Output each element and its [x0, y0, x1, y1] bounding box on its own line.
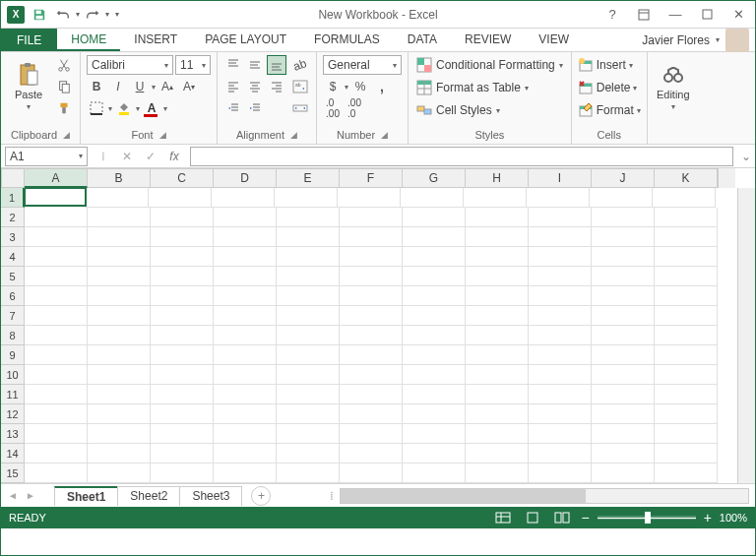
- cell[interactable]: [655, 208, 718, 227]
- sheet-tab[interactable]: Sheet3: [179, 486, 242, 506]
- chevron-down-icon[interactable]: ▾: [163, 104, 167, 113]
- help-button[interactable]: ?: [599, 5, 625, 25]
- column-header[interactable]: E: [277, 168, 340, 188]
- border-button[interactable]: [87, 98, 106, 118]
- cell[interactable]: [214, 227, 277, 247]
- cell[interactable]: [655, 267, 718, 286]
- percent-button[interactable]: %: [350, 77, 370, 96]
- cell[interactable]: [25, 267, 88, 286]
- cancel-formula-button[interactable]: ✕: [115, 147, 139, 166]
- cell[interactable]: [88, 404, 151, 424]
- cell[interactable]: [88, 444, 151, 463]
- name-box[interactable]: A1▾: [5, 147, 88, 166]
- cell[interactable]: [151, 227, 214, 247]
- wrap-text-button[interactable]: ab: [290, 77, 310, 96]
- cell[interactable]: [88, 326, 151, 345]
- ribbon-display-button[interactable]: [631, 5, 657, 25]
- cell[interactable]: [25, 345, 88, 365]
- zoom-out-button[interactable]: −: [581, 510, 589, 525]
- merge-button[interactable]: [290, 98, 310, 118]
- cell[interactable]: [403, 424, 466, 444]
- align-center-button[interactable]: [245, 77, 265, 96]
- cell[interactable]: [88, 286, 151, 306]
- cell[interactable]: [25, 385, 88, 404]
- cell[interactable]: [340, 208, 403, 227]
- cell[interactable]: [592, 227, 655, 247]
- cell[interactable]: [88, 424, 151, 444]
- column-header[interactable]: K: [655, 168, 718, 188]
- cell[interactable]: [214, 365, 277, 385]
- cell[interactable]: [277, 267, 340, 286]
- cell[interactable]: [655, 286, 718, 306]
- row-header[interactable]: 7: [1, 306, 25, 326]
- bold-button[interactable]: B: [87, 77, 106, 96]
- decrease-decimal-button[interactable]: .00.0: [345, 98, 364, 118]
- cell[interactable]: [151, 326, 214, 345]
- cell[interactable]: [529, 345, 592, 365]
- user-account[interactable]: Javier Flores ▾: [642, 29, 755, 51]
- row-header[interactable]: 12: [1, 404, 25, 424]
- cell[interactable]: [403, 227, 466, 247]
- dialog-launcher-icon[interactable]: ◢: [63, 130, 70, 140]
- currency-button[interactable]: $: [323, 77, 343, 96]
- cell[interactable]: [403, 463, 466, 483]
- row-header[interactable]: 8: [1, 326, 25, 345]
- column-header[interactable]: D: [214, 168, 277, 188]
- cell[interactable]: [403, 404, 466, 424]
- cell[interactable]: [655, 463, 718, 483]
- cell[interactable]: [340, 365, 403, 385]
- cell[interactable]: [212, 188, 275, 208]
- cell[interactable]: [592, 444, 655, 463]
- formula-dropdown-icon[interactable]: ⁞: [92, 147, 115, 166]
- cell[interactable]: [214, 208, 277, 227]
- fill-color-button[interactable]: [114, 98, 134, 118]
- cell[interactable]: [403, 365, 466, 385]
- cell[interactable]: [529, 247, 592, 267]
- cell[interactable]: [466, 267, 529, 286]
- row-header[interactable]: 4: [1, 247, 25, 267]
- cell[interactable]: [88, 365, 151, 385]
- cell[interactable]: [88, 208, 151, 227]
- maximize-button[interactable]: [694, 5, 720, 25]
- cell[interactable]: [214, 444, 277, 463]
- minimize-button[interactable]: —: [662, 5, 688, 25]
- row-header[interactable]: 2: [1, 208, 25, 227]
- cell[interactable]: [277, 365, 340, 385]
- cell[interactable]: [529, 267, 592, 286]
- redo-dropdown-icon[interactable]: ▾: [105, 10, 109, 19]
- tab-review[interactable]: REVIEW: [451, 29, 525, 51]
- cell[interactable]: [592, 424, 655, 444]
- increase-font-button[interactable]: A▴: [158, 77, 177, 96]
- cell[interactable]: [655, 424, 718, 444]
- cell[interactable]: [151, 444, 214, 463]
- copy-button[interactable]: [54, 77, 74, 96]
- expand-formula-bar-button[interactable]: ⌄: [737, 150, 755, 163]
- insert-function-button[interactable]: fx: [162, 147, 186, 166]
- cell[interactable]: [340, 444, 403, 463]
- cell[interactable]: [529, 444, 592, 463]
- underline-button[interactable]: U: [130, 77, 150, 96]
- cell[interactable]: [214, 424, 277, 444]
- cell[interactable]: [340, 267, 403, 286]
- enter-formula-button[interactable]: ✓: [139, 147, 162, 166]
- save-button[interactable]: [29, 4, 50, 26]
- cell[interactable]: [277, 286, 340, 306]
- cell[interactable]: [529, 424, 592, 444]
- dialog-launcher-icon[interactable]: ◢: [290, 130, 297, 140]
- undo-button[interactable]: [52, 4, 74, 26]
- conditional-formatting-button[interactable]: Conditional Formatting▾: [414, 55, 565, 75]
- tab-insert[interactable]: INSERT: [120, 29, 191, 51]
- cell[interactable]: [151, 247, 214, 267]
- cell[interactable]: [214, 247, 277, 267]
- cell[interactable]: [277, 247, 340, 267]
- italic-button[interactable]: I: [108, 77, 128, 96]
- column-header[interactable]: A: [25, 168, 88, 188]
- row-header[interactable]: 6: [1, 286, 25, 306]
- cell[interactable]: [655, 227, 718, 247]
- cell[interactable]: [25, 286, 88, 306]
- cell[interactable]: [403, 286, 466, 306]
- row-header[interactable]: 15: [1, 463, 25, 483]
- cell[interactable]: [464, 188, 527, 208]
- horizontal-scrollbar[interactable]: [340, 488, 749, 504]
- cell[interactable]: [655, 385, 718, 404]
